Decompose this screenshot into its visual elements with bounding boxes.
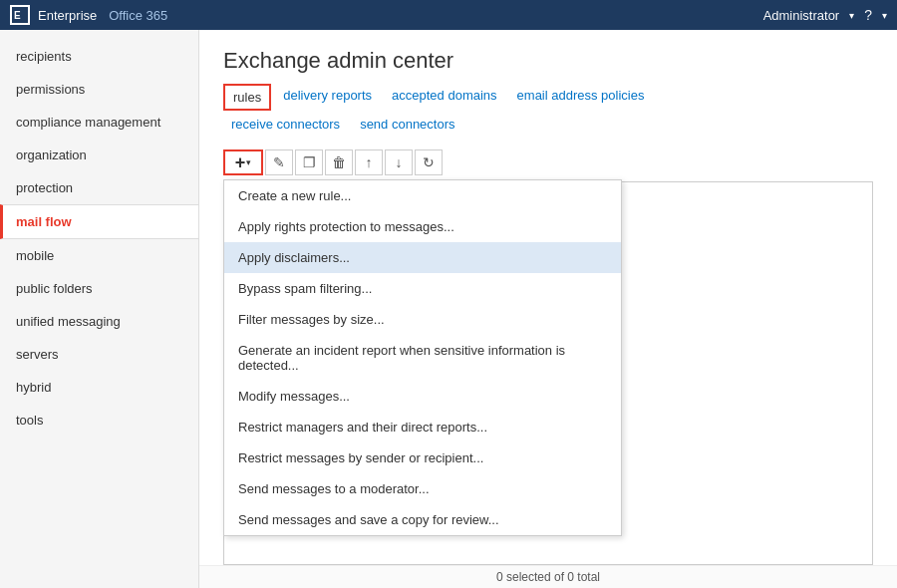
status-text: 0 selected of 0 total (496, 570, 600, 584)
toolbar: + ▾ ✎ ❐ 🗑 ↑ ↓ ↻ Create a new (199, 144, 897, 181)
add-icon: + (235, 152, 246, 173)
delete-button[interactable]: 🗑 (325, 149, 353, 175)
tab-accepted-domains[interactable]: accepted domains (384, 84, 505, 111)
sidebar-item-hybrid[interactable]: hybrid (0, 371, 198, 404)
edit-icon: ✎ (273, 154, 285, 170)
add-button[interactable]: + ▾ (223, 149, 263, 175)
dropdown-filter-by-size[interactable]: Filter messages by size... (224, 304, 621, 335)
layout: recipients permissions compliance manage… (0, 30, 897, 588)
move-up-button[interactable]: ↑ (355, 149, 383, 175)
sidebar-item-recipients[interactable]: recipients (0, 40, 198, 73)
sidebar-item-compliance-management[interactable]: compliance management (0, 106, 198, 139)
dropdown-send-to-moderator[interactable]: Send messages to a moderator... (224, 473, 621, 504)
move-down-button[interactable]: ↓ (385, 149, 413, 175)
app-icon: E (10, 5, 30, 25)
topbar: E Enterprise Office 365 Administrator ▾ … (0, 0, 897, 30)
tab-receive-connectors[interactable]: receive connectors (223, 113, 348, 136)
tab-row-1: rules delivery reports accepted domains … (223, 84, 873, 111)
admin-section: Administrator ▾ ? ▾ (763, 7, 887, 23)
sidebar-item-organization[interactable]: organization (0, 139, 198, 171)
sidebar-item-protection[interactable]: protection (0, 171, 198, 204)
add-dropdown-menu: Create a new rule... Apply rights protec… (223, 179, 622, 536)
admin-dropdown-arrow[interactable]: ▾ (849, 10, 854, 21)
dropdown-create-new-rule[interactable]: Create a new rule... (224, 180, 621, 211)
app-name: Enterprise (38, 8, 97, 23)
sidebar-item-public-folders[interactable]: public folders (0, 272, 198, 305)
dropdown-bypass-spam[interactable]: Bypass spam filtering... (224, 273, 621, 304)
sidebar: recipients permissions compliance manage… (0, 30, 199, 588)
sidebar-item-mobile[interactable]: mobile (0, 239, 198, 272)
tab-email-address-policies[interactable]: email address policies (509, 84, 653, 111)
dropdown-send-save-copy[interactable]: Send messages and save a copy for review… (224, 504, 621, 535)
office365-link[interactable]: Office 365 (109, 8, 167, 23)
page-title: Exchange admin center (223, 48, 873, 74)
tab-rules[interactable]: rules (223, 84, 271, 111)
dropdown-restrict-managers[interactable]: Restrict managers and their direct repor… (224, 412, 621, 442)
admin-name[interactable]: Administrator (763, 8, 840, 23)
refresh-icon: ↻ (423, 154, 435, 170)
add-dropdown-arrow: ▾ (246, 157, 251, 167)
sidebar-item-servers[interactable]: servers (0, 338, 198, 371)
dropdown-apply-rights[interactable]: Apply rights protection to messages... (224, 211, 621, 242)
up-arrow-icon: ↑ (366, 154, 373, 170)
copy-icon: ❐ (303, 154, 316, 170)
main-content: Exchange admin center rules delivery rep… (199, 30, 897, 588)
refresh-button[interactable]: ↻ (415, 149, 443, 175)
sidebar-item-permissions[interactable]: permissions (0, 73, 198, 106)
dropdown-apply-disclaimers[interactable]: Apply disclaimers... (224, 242, 621, 273)
page-header: Exchange admin center (199, 30, 897, 84)
tab-delivery-reports[interactable]: delivery reports (275, 84, 380, 111)
sidebar-item-unified-messaging[interactable]: unified messaging (0, 305, 198, 338)
edit-button[interactable]: ✎ (265, 149, 293, 175)
dropdown-generate-incident[interactable]: Generate an incident report when sensiti… (224, 335, 621, 381)
dropdown-modify-messages[interactable]: Modify messages... (224, 381, 621, 412)
tab-navigation: rules delivery reports accepted domains … (199, 84, 897, 136)
copy-button[interactable]: ❐ (295, 149, 323, 175)
sidebar-item-tools[interactable]: tools (0, 404, 198, 437)
help-dropdown-arrow[interactable]: ▾ (882, 10, 887, 21)
status-bar: 0 selected of 0 total (199, 565, 897, 588)
tab-row-2: receive connectors send connectors (223, 113, 873, 136)
svg-text:E: E (14, 10, 21, 21)
sidebar-item-mail-flow[interactable]: mail flow (0, 204, 198, 239)
down-arrow-icon: ↓ (396, 154, 403, 170)
dropdown-restrict-by-sender[interactable]: Restrict messages by sender or recipient… (224, 442, 621, 473)
tab-send-connectors[interactable]: send connectors (352, 113, 462, 136)
delete-icon: 🗑 (332, 154, 346, 170)
help-button[interactable]: ? (864, 7, 872, 23)
